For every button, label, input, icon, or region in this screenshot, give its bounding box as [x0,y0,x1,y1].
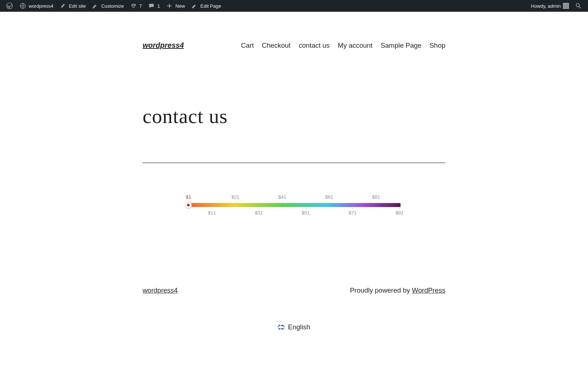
page-content: wordpress4 Cart Checkout contact us My a… [135,12,453,331]
comment-icon [148,2,155,10]
language-label: English [288,323,311,331]
site-name-menu[interactable]: wordpress4 [16,0,56,12]
language-switcher[interactable]: English [143,323,445,331]
edit-site-link[interactable]: Edit site [56,0,89,12]
slider-tick [282,201,283,202]
wp-admin-bar: wordpress4 Edit site Customize 7 1 [0,0,588,12]
slider-label-bottom: $11 [208,210,216,216]
slider-tick [329,201,329,202]
slider-labels-top: $1$21$41$61$81 [187,194,401,201]
wordpress-logo-icon [6,2,13,10]
footer-wordpress-link[interactable]: WordPress [412,286,445,294]
site-title-link[interactable]: wordpress4 [143,41,184,50]
edit-page-link[interactable]: Edit Page [188,0,224,12]
uk-flag-icon [278,325,284,329]
updates-link[interactable]: 7 [127,0,145,12]
customize-link[interactable]: Customize [89,0,126,12]
edit-site-label: Edit site [69,3,86,9]
slider-label-top: $81 [372,194,380,200]
plus-icon [166,2,173,10]
nav-checkout[interactable]: Checkout [262,41,291,50]
updates-count: 7 [139,3,142,9]
admin-bar-left: wordpress4 Edit site Customize 7 1 [3,0,224,12]
primary-nav: Cart Checkout contact us My account Samp… [241,41,445,50]
slider-label-bottom: $91 [395,210,404,216]
slider-label-top: $61 [325,194,333,200]
slider-label-top: $1 [186,194,191,200]
svg-point-2 [576,4,580,7]
my-account-menu[interactable]: Howdy, admin [528,0,572,12]
slider-labels-bottom: $11$31$51$71$91 [187,210,401,217]
pencil-icon [191,2,198,10]
footer-credit: Proudly powered by WordPress [350,286,445,294]
comments-link[interactable]: 1 [145,0,163,12]
slider-track[interactable] [187,203,401,207]
slider-tick [376,201,376,202]
nav-sample-page[interactable]: Sample Page [381,41,422,50]
search-icon [575,2,582,10]
wp-logo-menu[interactable] [3,0,16,12]
nav-my-account[interactable]: My account [338,41,373,50]
admin-bar-right: Howdy, admin [528,0,585,12]
customize-label: Customize [101,3,123,9]
admin-site-name: wordpress4 [29,3,53,9]
divider [143,163,445,163]
avatar [563,3,569,9]
slider-tick [399,208,400,209]
slider-tick [212,208,212,209]
edit-page-label: Edit Page [200,3,221,9]
page-title: contact us [143,105,445,128]
slider-label-bottom: $51 [302,210,310,216]
slider-label-bottom: $71 [349,210,357,216]
search-toggle[interactable] [572,0,585,12]
nav-shop[interactable]: Shop [430,41,445,50]
slider-label-bottom: $31 [255,210,263,216]
update-icon [130,2,137,10]
slider-ticks-bottom [187,208,401,209]
brush-icon [59,2,67,10]
slider-handle[interactable] [185,202,192,209]
slider-tick [305,208,306,209]
greeting-text: Howdy, admin [531,3,561,9]
slider-label-top: $41 [278,194,286,200]
slider-label-top: $21 [232,194,240,200]
price-slider: $1$21$41$61$81 $11$31$51$71$91 [187,194,401,217]
footer-credit-prefix: Proudly powered by [350,286,412,294]
slider-tick [235,201,236,202]
nav-contact-us[interactable]: contact us [299,41,330,50]
slider-tick [259,208,259,209]
slider-tick [352,208,353,209]
new-content-menu[interactable]: New [163,0,188,12]
site-header: wordpress4 Cart Checkout contact us My a… [143,12,445,57]
site-footer: wordpress4 Proudly powered by WordPress [143,286,445,294]
site-icon [19,2,26,10]
nav-cart[interactable]: Cart [241,41,254,50]
paintbrush-icon [92,2,99,10]
comments-count: 1 [157,3,160,9]
footer-site-link[interactable]: wordpress4 [143,286,178,294]
slider-ticks-top [187,201,401,202]
new-label: New [175,3,185,9]
